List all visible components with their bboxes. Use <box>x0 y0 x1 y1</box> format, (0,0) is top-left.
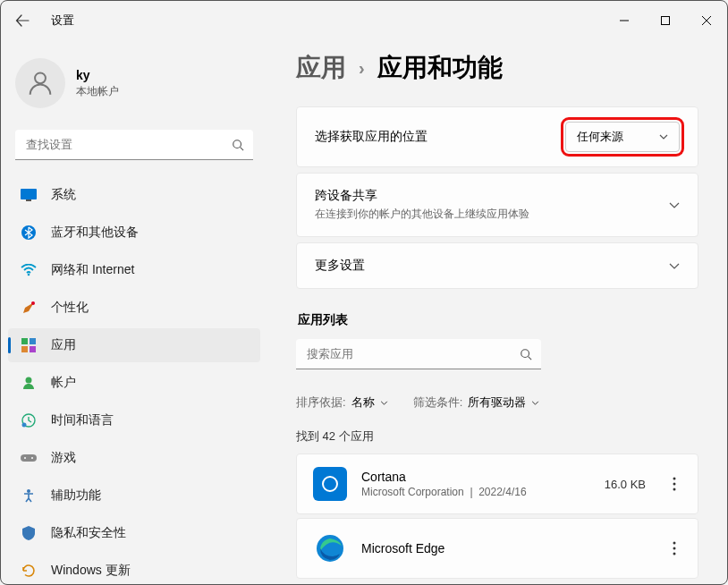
filter-row: 排序依据: 名称 筛选条件: 所有驱动器 <box>296 394 698 411</box>
svg-point-18 <box>27 489 30 493</box>
card-more-settings[interactable]: 更多设置 <box>297 243 698 288</box>
svg-rect-8 <box>21 338 28 344</box>
app-source-dropdown[interactable]: 任何来源 <box>565 122 680 152</box>
sidebar-item-label: 时间和语言 <box>51 412 114 428</box>
svg-point-23 <box>673 488 676 491</box>
sidebar-item-network[interactable]: 网络和 Internet <box>8 253 260 287</box>
edge-icon <box>313 531 347 565</box>
account-icon <box>21 375 37 391</box>
app-count-text: 找到 42 个应用 <box>296 428 698 445</box>
card-cross-device-share[interactable]: 跨设备共享 在连接到你的帐户的其他设备上继续应用体验 <box>297 174 698 236</box>
svg-rect-10 <box>21 346 28 352</box>
sidebar-item-label: 应用 <box>51 337 76 353</box>
shield-icon <box>21 525 37 541</box>
filter-label: 筛选条件: <box>413 394 463 411</box>
chevron-down-icon <box>380 401 388 405</box>
accessibility-icon <box>21 488 37 504</box>
dropdown-value: 任何来源 <box>577 129 623 145</box>
sidebar-item-time[interactable]: 时间和语言 <box>8 403 260 437</box>
apps-icon <box>21 337 37 353</box>
gamepad-icon <box>21 450 37 466</box>
bluetooth-icon <box>21 225 37 241</box>
svg-point-22 <box>673 483 676 486</box>
window-title: 设置 <box>51 13 74 29</box>
app-more-button[interactable] <box>667 471 681 496</box>
sidebar-item-apps[interactable]: 应用 <box>8 328 260 362</box>
card-subtitle: 在连接到你的帐户的其他设备上继续应用体验 <box>315 207 529 222</box>
sidebar-item-label: 游戏 <box>51 450 76 466</box>
svg-point-7 <box>31 301 35 305</box>
sidebar-item-bluetooth[interactable]: 蓝牙和其他设备 <box>8 216 260 250</box>
cortana-icon <box>313 467 347 501</box>
app-more-button[interactable] <box>667 536 681 561</box>
breadcrumb: 应用 › 应用和功能 <box>296 51 698 85</box>
sort-control[interactable]: 排序依据: 名称 <box>296 394 388 411</box>
sidebar-item-system[interactable]: 系统 <box>8 178 260 212</box>
sidebar-item-privacy[interactable]: 隐私和安全性 <box>8 516 260 550</box>
more-vertical-icon <box>673 477 676 491</box>
minimize-icon <box>620 16 629 25</box>
svg-point-16 <box>24 457 26 459</box>
arrow-left-icon <box>15 13 30 28</box>
search-input[interactable] <box>15 130 253 160</box>
svg-rect-3 <box>21 189 37 199</box>
chevron-down-icon <box>531 401 539 405</box>
paintbrush-icon <box>21 300 37 316</box>
app-name: Cortana <box>361 470 590 484</box>
app-item-edge[interactable]: Microsoft Edge <box>296 518 698 579</box>
sort-label: 排序依据: <box>296 394 346 411</box>
close-button[interactable] <box>686 6 727 35</box>
filter-control[interactable]: 筛选条件: 所有驱动器 <box>413 394 540 411</box>
sidebar-item-gaming[interactable]: 游戏 <box>8 441 260 475</box>
sidebar: ky 本地帐户 系统 蓝牙和其他设备 网络和 <box>1 40 271 584</box>
svg-point-20 <box>323 477 337 491</box>
card-title: 更多设置 <box>315 258 365 274</box>
svg-point-1 <box>35 72 46 83</box>
app-name: Microsoft Edge <box>361 541 631 555</box>
main-content: 应用 › 应用和功能 选择获取应用的位置 任何来源 <box>271 40 727 584</box>
sort-value: 名称 <box>351 394 375 411</box>
sidebar-item-accessibility[interactable]: 辅助功能 <box>8 479 260 513</box>
app-publisher-date: Microsoft Corporation | 2022/4/16 <box>361 486 590 498</box>
card-title: 跨设备共享 <box>315 188 529 204</box>
svg-rect-0 <box>662 17 670 25</box>
username: ky <box>76 68 119 82</box>
back-button[interactable] <box>8 6 37 35</box>
svg-rect-9 <box>30 338 36 344</box>
display-icon <box>21 187 37 203</box>
chevron-right-icon: › <box>359 58 365 79</box>
chevron-down-icon <box>659 134 668 140</box>
breadcrumb-parent[interactable]: 应用 <box>296 51 346 85</box>
svg-point-14 <box>22 423 27 428</box>
app-item-cortana[interactable]: Cortana Microsoft Corporation | 2022/4/1… <box>296 454 698 514</box>
close-icon <box>702 16 711 25</box>
sidebar-item-label: Windows 更新 <box>51 563 131 579</box>
clock-icon <box>21 412 37 428</box>
sidebar-item-personalization[interactable]: 个性化 <box>8 291 260 325</box>
sidebar-item-update[interactable]: Windows 更新 <box>8 554 260 584</box>
sidebar-item-label: 个性化 <box>51 300 89 316</box>
filter-value: 所有驱动器 <box>468 394 526 411</box>
app-search-input[interactable] <box>296 339 541 369</box>
svg-point-26 <box>673 547 676 550</box>
svg-point-27 <box>673 553 676 555</box>
svg-point-25 <box>673 542 676 545</box>
person-icon <box>25 68 55 98</box>
card-title: 选择获取应用的位置 <box>315 129 427 145</box>
card-app-source: 选择获取应用的位置 任何来源 <box>297 107 698 166</box>
minimize-button[interactable] <box>604 6 645 35</box>
sidebar-item-label: 系统 <box>51 187 76 203</box>
svg-rect-11 <box>30 346 36 352</box>
wifi-icon <box>21 262 37 278</box>
sidebar-item-label: 隐私和安全性 <box>51 525 126 541</box>
sidebar-item-accounts[interactable]: 帐户 <box>8 366 260 400</box>
avatar <box>15 58 65 108</box>
more-vertical-icon <box>673 541 676 555</box>
svg-rect-15 <box>21 454 37 462</box>
user-block[interactable]: ky 本地帐户 <box>8 51 260 126</box>
sidebar-item-label: 辅助功能 <box>51 488 101 504</box>
svg-point-6 <box>28 274 30 276</box>
sidebar-item-label: 帐户 <box>51 375 76 391</box>
maximize-button[interactable] <box>645 6 686 35</box>
breadcrumb-current: 应用和功能 <box>377 51 503 85</box>
